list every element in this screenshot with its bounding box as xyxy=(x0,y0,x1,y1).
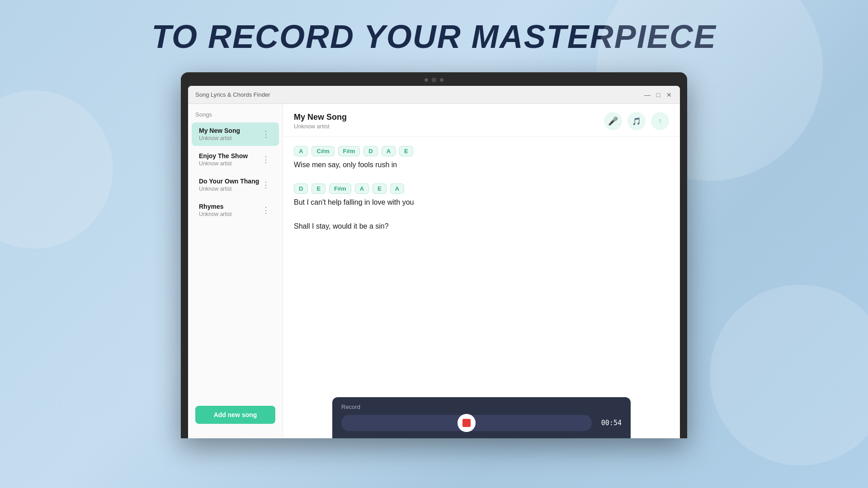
lyrics-line-2: D E F#m A E A But I can't help falling i… xyxy=(294,183,669,208)
song-title-1: My New Song xyxy=(199,127,240,134)
record-time: 00:54 xyxy=(599,419,622,427)
sidebar-item-do-your-own-thang[interactable]: Do Your Own Thang Unknow artist ⋮ xyxy=(192,173,279,197)
chord-E-1: E xyxy=(399,146,413,156)
lyrics-text-2: But I can't help falling in love with yo… xyxy=(294,197,669,208)
chord-Fsharpm-1: F#m xyxy=(338,146,360,156)
app-body: Songs My New Song Unknow artist ⋮ Enjoy … xyxy=(188,104,680,438)
chord-A-1: A xyxy=(294,146,308,156)
song-info-3: Do Your Own Thang Unknow artist xyxy=(199,178,259,192)
song-artist-3: Unknow artist xyxy=(199,186,259,192)
song-info-2: Enjoy The Show Unknow artist xyxy=(199,152,248,167)
song-menu-btn-4[interactable]: ⋮ xyxy=(260,205,272,215)
lyrics-text-3: Shall I stay, would it be a sin? xyxy=(294,221,669,232)
bg-decoration-2 xyxy=(710,285,868,465)
sidebar-item-enjoy-the-show[interactable]: Enjoy The Show Unknow artist ⋮ xyxy=(192,148,279,171)
song-menu-btn-3[interactable]: ⋮ xyxy=(260,180,272,190)
bg-decoration-3 xyxy=(0,90,113,249)
chord-row-1: A C#m F#m D A E xyxy=(294,146,669,156)
share-button[interactable]: ↑ xyxy=(651,112,669,130)
song-info-4: Rhymes Unknow artist xyxy=(199,203,232,217)
song-title-3: Do Your Own Thang xyxy=(199,178,259,185)
close-button[interactable]: ✕ xyxy=(665,91,673,99)
title-bar: Song Lyrics & Chords Finder — □ ✕ xyxy=(188,86,680,104)
chord-Csharpm: C#m xyxy=(311,146,334,156)
record-label: Record xyxy=(341,404,622,410)
songs-section-label: Songs xyxy=(188,111,283,122)
maximize-button[interactable]: □ xyxy=(655,91,662,99)
share-icon: ↑ xyxy=(658,117,662,125)
lyrics-text-1: Wise men say, only fools rush in xyxy=(294,159,669,171)
record-controls: 00:54 xyxy=(341,415,622,431)
sidebar-item-rhymes[interactable]: Rhymes Unknow artist ⋮ xyxy=(192,198,279,222)
chord-A-4: A xyxy=(390,183,404,194)
song-header: My New Song Unknow artist 🎤 🎵 ↑ xyxy=(283,104,680,137)
camera-indicator-2 xyxy=(440,78,443,82)
song-header-info: My New Song Unknow artist xyxy=(294,113,347,130)
chord-D-1: D xyxy=(363,146,377,156)
chord-A-2: A xyxy=(382,146,396,156)
chord-A-3: A xyxy=(355,183,369,194)
window-controls: — □ ✕ xyxy=(644,91,673,99)
mic-icon: 🎤 xyxy=(608,116,618,126)
lyrics-line-1: A C#m F#m D A E Wise men say, only fools… xyxy=(294,146,669,171)
chord-D-2: D xyxy=(294,183,308,194)
song-artist-1: Unknow artist xyxy=(199,135,240,141)
sidebar-bottom: Add new song xyxy=(188,399,283,431)
record-stop-button[interactable] xyxy=(458,414,476,432)
music-note-button[interactable]: 🎵 xyxy=(627,112,646,130)
camera-bar xyxy=(188,78,680,82)
song-header-artist: Unknow artist xyxy=(294,123,347,130)
chord-row-2: D E F#m A E A xyxy=(294,183,669,194)
lyrics-line-3: Shall I stay, would it be a sin? xyxy=(294,221,669,232)
stop-icon xyxy=(462,419,471,427)
add-song-button[interactable]: Add new song xyxy=(195,406,275,424)
page-heading: TO RECORD YOUR MASTERPIECE xyxy=(0,0,868,55)
app-title: Song Lyrics & Chords Finder xyxy=(195,91,644,98)
song-title-4: Rhymes xyxy=(199,203,232,210)
music-icon: 🎵 xyxy=(632,117,641,126)
camera-indicator xyxy=(425,78,428,82)
chord-E-2: E xyxy=(311,183,326,194)
laptop-body: Song Lyrics & Chords Finder — □ ✕ Songs … xyxy=(181,72,687,438)
song-menu-btn-1[interactable]: ⋮ xyxy=(260,129,272,139)
song-menu-btn-2[interactable]: ⋮ xyxy=(260,155,272,164)
song-artist-2: Unknow artist xyxy=(199,160,248,167)
laptop-frame: Song Lyrics & Chords Finder — □ ✕ Songs … xyxy=(181,72,687,438)
sidebar-item-my-new-song[interactable]: My New Song Unknow artist ⋮ xyxy=(192,122,279,146)
chord-Fsharpm-2: F#m xyxy=(329,183,351,194)
song-info-1: My New Song Unknow artist xyxy=(199,127,240,141)
camera-lens xyxy=(432,78,436,82)
main-panel: My New Song Unknow artist 🎤 🎵 ↑ xyxy=(283,104,680,438)
song-header-title: My New Song xyxy=(294,113,347,122)
lyrics-content: A C#m F#m D A E Wise men say, only fools… xyxy=(283,137,680,438)
song-title-2: Enjoy The Show xyxy=(199,152,248,160)
sidebar: Songs My New Song Unknow artist ⋮ Enjoy … xyxy=(188,104,283,438)
mic-button[interactable]: 🎤 xyxy=(604,112,622,130)
chord-E-3: E xyxy=(373,183,387,194)
song-header-actions: 🎤 🎵 ↑ xyxy=(604,112,669,130)
record-panel: Record 00:54 xyxy=(332,397,631,438)
record-progress-bar xyxy=(341,415,592,431)
app-window: Song Lyrics & Chords Finder — □ ✕ Songs … xyxy=(188,86,680,438)
minimize-button[interactable]: — xyxy=(644,91,651,99)
song-artist-4: Unknow artist xyxy=(199,211,232,217)
